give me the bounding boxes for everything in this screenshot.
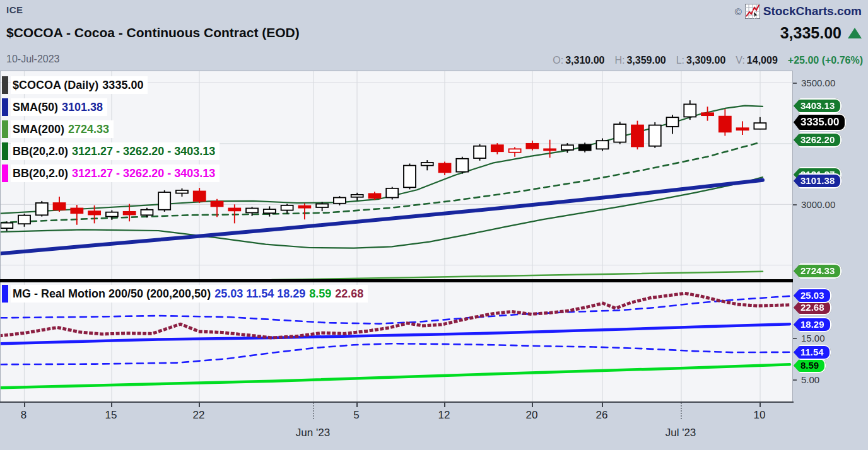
last-price-value: 3,335.00 — [780, 24, 842, 42]
y-axis-tick — [793, 338, 797, 339]
legend-label: $COCOA (Daily) — [13, 79, 98, 92]
open-value: 3,310.00 — [565, 55, 604, 66]
legend-swatch — [2, 164, 8, 182]
legend-row: SMA(200)2724.33 — [2, 120, 114, 138]
legend-label: SMA(200) — [13, 123, 64, 136]
x-axis-day-label: 5 — [353, 409, 359, 422]
legend-value: 22.68 — [335, 287, 363, 301]
month-separator — [681, 403, 682, 419]
volume-value: 14,009 — [747, 55, 778, 66]
price-tag: 3335.00 — [794, 113, 846, 131]
y-axis-label: 3500.00 — [801, 77, 835, 88]
x-axis-day-label: 26 — [596, 409, 608, 422]
price-tag: 2724.33 — [794, 263, 842, 279]
legend-label: MG - Real Motion 200/50 (200,200,50) — [13, 287, 211, 301]
x-axis-tick — [532, 403, 533, 407]
stockcharts-logo[interactable]: © StockCharts.com — [735, 4, 862, 19]
legend-label: BB(20,2.0) — [13, 167, 68, 180]
x-axis-day-label: 22 — [193, 409, 205, 422]
high-value: 3,359.00 — [626, 55, 666, 66]
exchange-label: ICE — [6, 4, 23, 15]
x-axis: 81522512202610Jun '23Jul '23 — [0, 401, 868, 450]
x-axis-day-label: 15 — [105, 409, 117, 422]
y-axis-tick — [793, 379, 797, 381]
x-axis-tick — [760, 403, 761, 407]
legend-row: BB(20,2.0)3121.27 - 3262.20 - 3403.13 — [2, 164, 220, 182]
last-price: 3,335.00 — [780, 24, 862, 42]
price-tag: 25.03 — [794, 288, 831, 303]
price-tag: 18.29 — [794, 317, 831, 332]
legend-row: SMA(50)3101.38 — [2, 98, 107, 116]
page-title: $COCOA - Cocoa - Continuous Contract (EO… — [6, 25, 300, 40]
y-axis-tick — [793, 204, 797, 205]
price-tag: 11.54 — [794, 345, 831, 360]
legend-label: SMA(50) — [13, 101, 58, 114]
lower-panel-legend: MG - Real Motion 200/50 (200,200,50) 25.… — [2, 285, 368, 303]
y-axis-tick — [793, 83, 797, 84]
x-axis-day-label: 20 — [526, 409, 538, 422]
legend-value: 8.59 — [309, 287, 331, 301]
price-tag: 3403.13 — [794, 98, 842, 113]
legend-value: 2724.33 — [68, 123, 109, 136]
x-axis-day-label: 10 — [754, 409, 766, 422]
x-axis-month-label: Jun '23 — [296, 427, 330, 439]
legend-swatch — [2, 285, 8, 303]
legend-value: 3335.00 — [102, 79, 143, 92]
y-axis-label: 3000.00 — [801, 199, 835, 210]
x-axis-tick — [356, 403, 358, 407]
change-value: +25.00 (+0.76%) — [788, 55, 863, 66]
x-axis-day-label: 12 — [438, 409, 450, 422]
legend-swatch — [2, 142, 8, 160]
legend-row: BB(20,2.0)3121.27 - 3262.20 - 3403.13 — [2, 142, 220, 160]
legend-value: 3121.27 - 3262.20 - 3403.13 — [72, 167, 215, 180]
up-triangle-icon — [848, 28, 862, 38]
x-axis-tick — [199, 403, 200, 407]
legend-swatch — [2, 98, 8, 116]
month-separator — [313, 403, 314, 419]
copyright-symbol: © — [735, 6, 742, 17]
legend-label: BB(20,2.0) — [13, 145, 68, 158]
legend-value: 3121.27 - 3262.20 - 3403.13 — [72, 145, 215, 158]
legend-value: 3101.38 — [62, 101, 103, 114]
x-axis-tick — [111, 403, 112, 407]
legend-value: 25.03 11.54 18.29 — [214, 287, 305, 301]
price-tag: 3262.20 — [794, 132, 842, 147]
x-axis-month-label: Jul '23 — [666, 427, 696, 439]
low-value: 3,309.00 — [686, 55, 725, 66]
x-axis-tick — [602, 403, 603, 407]
legend-row: $COCOA (Daily)3335.00 — [2, 76, 148, 94]
price-tag: 3101.38 — [794, 173, 842, 188]
chart-date: 10-Jul-2023 — [6, 54, 60, 65]
legend-swatch — [2, 120, 8, 138]
price-tag: 8.59 — [794, 358, 826, 373]
y-axis-label: 5.00 — [801, 374, 819, 385]
brand-name: StockCharts.com — [763, 4, 862, 18]
ohlcv-row: O:3,310.00 H:3,359.00 L:3,309.00 V:14,00… — [553, 55, 863, 66]
x-axis-tick — [24, 403, 25, 407]
y-axis-label: 15.00 — [801, 333, 825, 343]
x-axis-day-label: 8 — [21, 409, 26, 422]
chart-logo-icon — [745, 4, 760, 19]
x-axis-tick — [444, 403, 445, 407]
chart-window: ICE $COCOA - Cocoa - Continuous Contract… — [0, 0, 868, 450]
legend-swatch — [2, 76, 8, 94]
x-axis-line — [0, 401, 794, 403]
